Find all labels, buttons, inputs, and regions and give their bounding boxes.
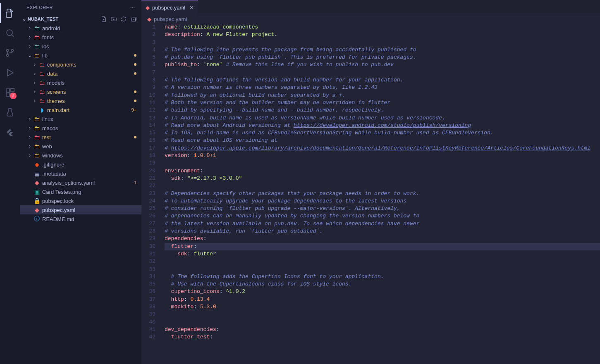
tree-item-label: windows [42, 152, 136, 159]
tree-item-web[interactable]: ›🗀web [20, 142, 141, 151]
sidebar: EXPLORER ··· ⌄ NUBAK_TEST ›🗀android›🗀fon… [20, 0, 141, 364]
chevron-icon: › [26, 43, 33, 49]
folder-icon: 🗀 [33, 25, 41, 31]
folder-icon: 🗀 [38, 98, 45, 104]
breadcrumbs[interactable]: ◆ pubspec.yaml [141, 14, 600, 24]
tree-item-test[interactable]: ›🗀test [20, 133, 141, 142]
activity-flutter-icon[interactable] [0, 122, 20, 142]
tree-item-pubspec-yaml[interactable]: ◆pubspec.yaml [20, 205, 141, 214]
folder-icon: 🗀 [33, 52, 41, 59]
tree-item-label: README.md [42, 216, 136, 222]
chevron-icon: › [26, 34, 33, 40]
tree-item-analysis-options-yaml[interactable]: ◆analysis_options.yaml1 [20, 178, 141, 187]
tree-item-data[interactable]: ›🗀data [20, 69, 141, 78]
tree-item-macos[interactable]: ›🗀macos [20, 124, 141, 133]
tree-item-card-testes-png[interactable]: ▣Card Testes.png [20, 187, 141, 196]
yaml-icon: ◆ [146, 5, 150, 11]
collapse-all-icon[interactable] [131, 16, 136, 22]
tab-bar: ◆ pubspec.yaml ✕ [141, 0, 600, 14]
folder-icon: 🗀 [33, 43, 41, 50]
activity-extensions-icon[interactable]: 2 [0, 83, 20, 102]
chevron-down-icon: ⌄ [22, 17, 26, 22]
editor-area: ◆ pubspec.yaml ✕ ◆ pubspec.yaml 12345678… [141, 0, 600, 364]
svg-rect-5 [6, 89, 10, 92]
close-icon[interactable]: ✕ [189, 5, 194, 11]
tree-item-lib[interactable]: ⌄🗀lib [20, 51, 141, 60]
sidebar-more-icon[interactable]: ··· [130, 5, 135, 10]
svg-rect-8 [11, 88, 14, 92]
svg-point-3 [7, 55, 9, 57]
file-icon: 🔒 [33, 197, 41, 204]
tree-item-themes[interactable]: ›🗀themes [20, 96, 141, 105]
tree-item--metadata[interactable]: ▤.metadata [20, 169, 141, 178]
tree-item-main-dart[interactable]: ◗main.dart9+ [20, 105, 141, 114]
folder-icon: 🗀 [38, 61, 45, 68]
folder-icon: 🗀 [33, 143, 41, 150]
chevron-icon: › [31, 98, 38, 104]
tree-item-label: data [47, 71, 136, 77]
tree-item-label: fonts [42, 34, 136, 40]
chevron-icon: › [26, 152, 33, 158]
refresh-icon[interactable] [121, 16, 127, 22]
folder-icon: 🗀 [33, 34, 41, 40]
svg-rect-6 [6, 93, 10, 96]
tree-item-pubspec-lock[interactable]: 🔒pubspec.lock [20, 196, 141, 205]
svg-point-1 [7, 30, 12, 36]
code-content[interactable]: name: estilizacao_componentesdescription… [164, 24, 600, 364]
tree-item-fonts[interactable]: ›🗀fonts [20, 33, 141, 42]
folder-icon: 🗀 [33, 134, 41, 140]
tab-pubspec[interactable]: ◆ pubspec.yaml ✕ [141, 0, 198, 14]
tree-item-label: pubspec.lock [42, 198, 136, 204]
extensions-badge: 2 [10, 93, 17, 99]
folder-icon: 🗀 [33, 125, 41, 131]
svg-rect-0 [6, 12, 12, 17]
chevron-icon: › [31, 71, 38, 76]
activity-search-icon[interactable] [0, 23, 20, 43]
folder-name: NUBAK_TEST [28, 17, 58, 21]
chevron-icon: › [31, 89, 38, 95]
tree-item-android[interactable]: ›🗀android [20, 24, 141, 33]
tree-item-label: web [42, 143, 136, 150]
sidebar-title: EXPLORER [26, 5, 53, 10]
chevron-icon: › [31, 62, 38, 67]
sidebar-header: EXPLORER ··· [20, 0, 141, 14]
tree-item-label: components [47, 62, 136, 68]
file-icon: ◆ [33, 207, 41, 213]
code-editor[interactable]: 1234567891011121314151617181920212223242… [141, 24, 600, 364]
tree-item-label: lib [42, 52, 136, 59]
folder-icon: 🗀 [33, 116, 41, 122]
tree-item-windows[interactable]: ›🗀windows [20, 151, 141, 160]
tree-item-label: Card Testes.png [42, 189, 136, 195]
tree-item-label: ios [42, 43, 136, 50]
chevron-icon: › [26, 116, 33, 122]
tree-item-label: analysis_options.yaml [42, 180, 134, 186]
line-gutter: 1234567891011121314151617181920212223242… [141, 24, 164, 364]
new-file-icon[interactable] [101, 16, 107, 22]
activity-test-icon[interactable] [0, 102, 20, 122]
tree-item-label: pubspec.yaml [42, 207, 136, 213]
tree-item-label: .metadata [42, 171, 136, 177]
tree-item-readme-md[interactable]: ⓘREADME.md [20, 214, 141, 224]
tree-item-ios[interactable]: ›🗀ios [20, 42, 141, 51]
new-folder-icon[interactable] [111, 16, 117, 22]
file-icon: ⓘ [33, 215, 41, 223]
file-icon: ◆ [33, 179, 41, 186]
activity-run-debug-icon[interactable] [0, 63, 20, 83]
tree-item-components[interactable]: ›🗀components [20, 60, 141, 69]
activity-source-control-icon[interactable] [0, 43, 20, 63]
file-icon: ▤ [33, 170, 41, 177]
folder-actions [101, 16, 139, 22]
chevron-icon: › [31, 80, 38, 86]
tree-item-screens[interactable]: ›🗀screens [20, 87, 141, 96]
git-status: 9+ [131, 107, 136, 112]
activity-explorer-icon[interactable] [0, 3, 20, 23]
tree-item-label: themes [47, 98, 136, 104]
tree-item-label: linux [42, 116, 136, 122]
tree-item-label: main.dart [47, 107, 131, 113]
chevron-icon: › [26, 134, 33, 140]
tree-item-label: macos [42, 125, 136, 131]
tree-item--gitignore[interactable]: ◆.gitignore [20, 160, 141, 169]
tree-item-models[interactable]: ›🗀models [20, 78, 141, 87]
folder-header[interactable]: ⌄ NUBAK_TEST [20, 14, 141, 24]
tree-item-linux[interactable]: ›🗀linux [20, 114, 141, 124]
